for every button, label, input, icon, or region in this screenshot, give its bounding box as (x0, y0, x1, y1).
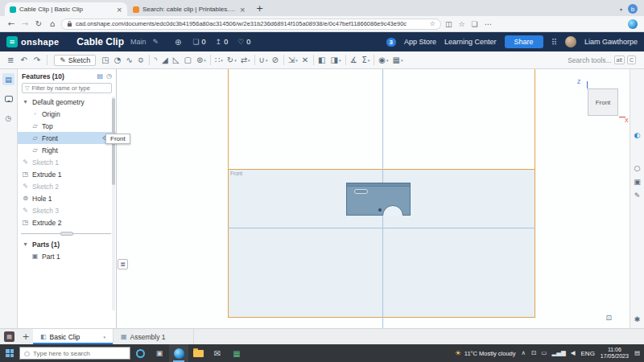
exports-count[interactable]: ↥ 0 (216, 38, 229, 46)
redo-icon[interactable]: ↷ (31, 56, 43, 64)
viewport[interactable]: Front Z Front X ⊡ (117, 69, 630, 328)
separator[interactable] (254, 55, 255, 65)
notifications-badge[interactable]: 3 (386, 38, 396, 47)
element-tab-basic-clip[interactable]: ◧ Basic Clip ▾ (33, 329, 114, 344)
back-icon[interactable]: ← (6, 20, 16, 28)
feature-extrude-1[interactable]: ◳ Extrude 1 (18, 168, 116, 180)
start-button[interactable] (0, 344, 19, 362)
forward-icon[interactable]: → (20, 20, 30, 28)
fillet-icon[interactable]: ◝ (152, 56, 159, 64)
mirror-icon[interactable]: ⇄ ▾ (239, 56, 252, 64)
action-center-icon[interactable]: ▤ (634, 350, 640, 356)
apps-grid-icon[interactable]: ⠿ (551, 38, 557, 47)
sweep-icon[interactable]: ∿ (124, 56, 134, 64)
taskbar-search[interactable]: ○ (19, 347, 130, 360)
user-avatar[interactable] (565, 36, 576, 47)
url-field[interactable]: cad.onshape.com/documents/edc0dc3b41956a… (61, 19, 441, 30)
parts-section-header[interactable]: ▾ Parts (1) (18, 238, 116, 250)
element-tab-caret-icon[interactable]: ▾ (103, 335, 105, 339)
copilot-icon[interactable] (628, 19, 638, 29)
network-signal-icon[interactable]: ▂▄▆ (551, 350, 565, 356)
features-panel-toggle-icon[interactable]: ▤ (2, 73, 14, 85)
learning-center-link[interactable]: Learning Center (444, 38, 497, 46)
browser-profile-avatar[interactable]: b (628, 4, 638, 14)
rollback-history-icon[interactable]: ◷ (106, 72, 112, 80)
shell-icon[interactable]: ▢ (182, 56, 193, 64)
chamfer-icon[interactable]: ◢ (160, 56, 171, 64)
hole-icon[interactable]: ⊚ ▾ (195, 56, 208, 64)
feature-filter-box[interactable]: ▽ (22, 83, 112, 93)
tab-close-icon[interactable]: × (116, 6, 122, 14)
new-tab-button[interactable]: + (256, 4, 263, 13)
task-view-button[interactable]: ▣ (150, 344, 169, 362)
feature-extrude-2[interactable]: ◳ Extrude 2 (18, 216, 116, 228)
feature-filter-input[interactable] (31, 84, 109, 92)
onshape-logo[interactable]: ≡ onshape (6, 36, 59, 47)
view-cube[interactable]: Z Front X (572, 80, 630, 132)
split-screen-icon[interactable]: ◫ (445, 20, 452, 28)
feature-hole-1[interactable]: ⊚ Hole 1 (18, 192, 116, 204)
app-store-link[interactable]: App Store (404, 38, 436, 46)
favorites-icon[interactable]: ☆ (459, 20, 465, 28)
separator[interactable] (374, 55, 374, 65)
tab-close-icon[interactable]: × (239, 6, 246, 14)
undo-icon[interactable]: ↶ (18, 56, 29, 64)
revolve-icon[interactable]: ◔ (113, 56, 124, 64)
measure-icon[interactable]: ∡ (349, 56, 360, 64)
cortana-button[interactable] (130, 344, 150, 362)
feature-default-geometry[interactable]: ▾ Default geometry (18, 96, 116, 108)
language-indicator[interactable]: ENG (581, 350, 595, 357)
feature-origin[interactable]: ◦ Origin (18, 108, 116, 120)
sidebar-search-icon[interactable]: ○ (634, 165, 641, 172)
features-scrollbar[interactable] (112, 97, 115, 311)
mail-button[interactable]: ✉ (208, 344, 227, 362)
add-element-button[interactable]: + (19, 329, 33, 344)
panel-flyout-button[interactable]: ≣ (118, 259, 128, 269)
tray-chevron-up-icon[interactable]: ∧ (522, 350, 526, 356)
browser-tab-printables[interactable]: Search: cable clip | Printables.com × (128, 2, 250, 16)
linear-pattern-icon[interactable]: ∷ ▾ (213, 56, 225, 64)
panels-toggle-icon[interactable]: ≣ (5, 56, 16, 64)
create-folder-icon[interactable]: ▤ (97, 72, 103, 80)
part-1[interactable]: ▣ Part 1 (18, 250, 116, 262)
manage-tabs-button[interactable]: ▤ (4, 331, 14, 342)
sketch-button[interactable]: ✎ Sketch (54, 55, 96, 66)
separator[interactable] (283, 55, 284, 65)
share-button[interactable]: Share (505, 35, 543, 48)
taskbar-search-input[interactable] (33, 350, 126, 357)
weather-widget[interactable]: ☀ 11°C Mostly cloudy (455, 349, 516, 357)
feature-plane-top[interactable]: ▱ Top (18, 120, 116, 132)
sidebar-settings-gear-icon[interactable]: ✱ (634, 315, 641, 323)
document-title[interactable]: Cable Clip (76, 36, 124, 47)
circular-pattern-icon[interactable]: ↻ ▾ (225, 56, 238, 64)
boolean-icon[interactable]: ∪ ▾ (258, 56, 270, 64)
sidebar-shopping-icon[interactable]: ▣ (634, 179, 641, 186)
home-icon[interactable]: ⌂ (47, 20, 57, 28)
file-explorer-button[interactable] (188, 344, 208, 362)
volume-icon[interactable]: ◀ (571, 350, 576, 356)
rollback-grip[interactable] (60, 232, 73, 236)
sidebar-copilot-icon[interactable]: ◐ (634, 132, 641, 139)
search-tools[interactable]: Search tools... alt C (568, 56, 639, 64)
comments-icon[interactable] (2, 93, 14, 105)
user-name[interactable]: Liam Gawthorpe (584, 38, 638, 46)
browser-menu-icon[interactable]: ⋯ (485, 20, 492, 28)
app-button[interactable]: ▦ (227, 344, 246, 362)
extrude-icon[interactable]: ◳ (100, 56, 111, 64)
browser-tab-onshape[interactable]: Cable Clip | Basic Clip × (5, 2, 127, 16)
loft-icon[interactable]: ≎ (136, 56, 147, 64)
rename-pencil-icon[interactable]: ✎ (153, 38, 159, 46)
workspace-name[interactable]: Main (130, 38, 147, 46)
separator[interactable] (313, 55, 314, 65)
offset-surface-icon[interactable]: ◧ (316, 56, 328, 64)
refresh-icon[interactable]: ↻ (34, 20, 43, 28)
rollback-bar[interactable] (18, 231, 116, 236)
battery-icon[interactable]: ▭ (541, 350, 547, 356)
transform-icon[interactable]: ⇲ ▾ (287, 56, 299, 64)
share-status-globe-icon[interactable]: ⊕ (175, 38, 181, 47)
feature-sketch-3[interactable]: ✎ Sketch 3 (18, 204, 116, 216)
feature-plane-front[interactable]: ▱ Front (18, 132, 116, 144)
taskbar-clock[interactable]: 11:06 17/05/2023 (601, 347, 629, 360)
likes-count[interactable]: ♡ 0 (237, 38, 250, 46)
delete-face-icon[interactable]: ✕ (300, 56, 311, 64)
